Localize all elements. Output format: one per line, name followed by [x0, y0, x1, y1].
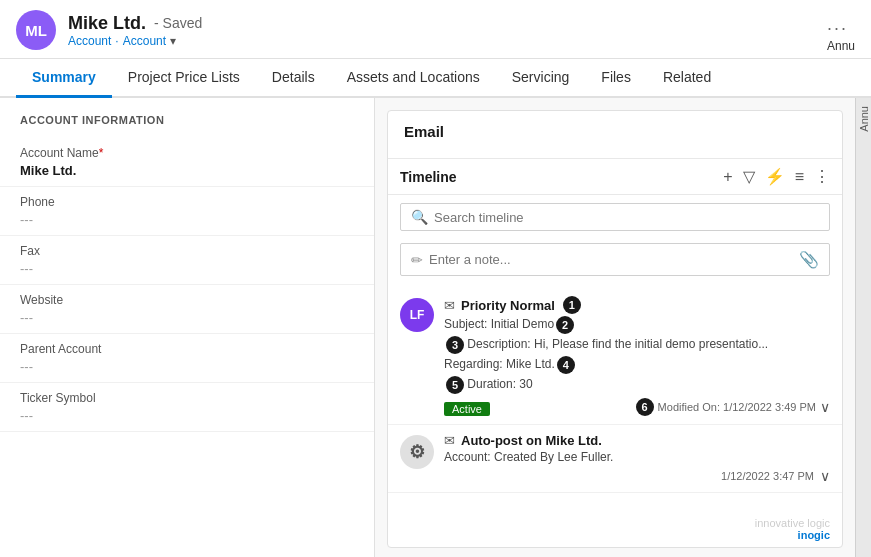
search-timeline-input[interactable] [434, 210, 819, 225]
search-icon: 🔍 [411, 209, 428, 225]
breadcrumb-item1: Account [68, 34, 111, 48]
entry-footer-2: 1/12/2022 3:47 PM ∨ [444, 468, 830, 484]
note-input[interactable] [429, 252, 793, 267]
label-phone: Phone [20, 195, 354, 209]
breadcrumb[interactable]: Account · Account ▾ [68, 34, 202, 48]
entity-name-row: Mike Ltd. - Saved [68, 13, 202, 34]
tab-servicing[interactable]: Servicing [496, 59, 586, 98]
num-circle-5: 5 [446, 376, 464, 394]
timeline-icons: + ▽ ⚡ ≡ ⋮ [723, 167, 830, 186]
note-bar: ✏ 📎 [400, 243, 830, 276]
tab-details[interactable]: Details [256, 59, 331, 98]
timeline-label: Timeline [400, 169, 457, 185]
main-content: ACCOUNT INFORMATION Account Name* Mike L… [0, 98, 871, 557]
label-website: Website [20, 293, 354, 307]
watermark-brand: inogic [798, 529, 830, 541]
expand-icon-2[interactable]: ∨ [820, 468, 830, 484]
section-title-account-info: ACCOUNT INFORMATION [0, 114, 374, 138]
num-circle-3: 3 [446, 336, 464, 354]
watermark-text: innovative logic [755, 517, 830, 529]
entry-modified-1: Modified On: 1/12/2022 3:49 PM [658, 401, 816, 413]
add-icon[interactable]: + [723, 168, 732, 186]
header: ML Mike Ltd. - Saved Account · Account ▾… [0, 0, 871, 59]
breadcrumb-item2: Account [123, 34, 166, 48]
label-fax: Fax [20, 244, 354, 258]
header-title: Mike Ltd. - Saved Account · Account ▾ [68, 13, 202, 48]
entry-top-2: ✉ Auto-post on Mike Ltd. [444, 433, 830, 448]
field-account-name: Account Name* Mike Ltd. [0, 138, 374, 187]
num-circle-4: 4 [557, 356, 575, 374]
entry-content-1: ✉ Priority Normal 1 Subject: Initial Dem… [444, 296, 830, 416]
entry-avatar-bot: ⚙ [400, 435, 434, 469]
field-fax: Fax --- [0, 236, 374, 285]
saved-label: - Saved [154, 15, 202, 31]
value-phone[interactable]: --- [20, 212, 354, 227]
timeline-header: Timeline + ▽ ⚡ ≡ ⋮ [388, 159, 842, 195]
num-circle-6-wrap: 6 [634, 398, 654, 416]
header-left: ML Mike Ltd. - Saved Account · Account ▾ [16, 10, 202, 58]
chevron-down-icon: ▾ [170, 34, 176, 48]
avatar: ML [16, 10, 56, 50]
tab-files[interactable]: Files [585, 59, 647, 98]
more-options-icon[interactable]: ⋮ [814, 167, 830, 186]
entry-title-1: Priority Normal [461, 298, 555, 313]
entry-line-account: Account: Created By Lee Fuller. [444, 450, 830, 464]
num-circle-2: 2 [556, 316, 574, 334]
entry-title-2: Auto-post on Mike Ltd. [461, 433, 602, 448]
filter-icon[interactable]: ▽ [743, 167, 755, 186]
lightning-icon[interactable]: ⚡ [765, 167, 785, 186]
num-circle-6: 6 [636, 398, 654, 416]
tab-assets-locations[interactable]: Assets and Locations [331, 59, 496, 98]
value-website[interactable]: --- [20, 310, 354, 325]
email-title: Email [404, 123, 826, 140]
right-panel: Email Timeline + ▽ ⚡ ≡ ⋮ 🔍 ✏ [375, 98, 855, 557]
field-website: Website --- [0, 285, 374, 334]
expand-icon-1[interactable]: ∨ [820, 399, 830, 415]
entry-top-1: ✉ Priority Normal 1 [444, 296, 830, 314]
field-ticker-symbol: Ticker Symbol --- [0, 383, 374, 432]
header-right: ··· Annu [827, 10, 855, 53]
email-header: Email [388, 111, 842, 159]
attachment-icon[interactable]: 📎 [799, 250, 819, 269]
list-icon[interactable]: ≡ [795, 168, 804, 186]
far-right-panel: Annu [855, 98, 871, 557]
entry-line-regarding: Regarding: Mike Ltd.4 [444, 356, 830, 374]
far-right-label: Annu [858, 106, 870, 132]
three-dots-icon[interactable]: ··· [827, 18, 848, 38]
entry-line-subject: Subject: Initial Demo2 [444, 316, 830, 334]
pencil-icon: ✏ [411, 252, 423, 268]
label-account-name: Account Name* [20, 146, 354, 160]
timeline-entry-2: ⚙ ✉ Auto-post on Mike Ltd. Account: Crea… [388, 425, 842, 493]
label-ticker-symbol: Ticker Symbol [20, 391, 354, 405]
tab-summary[interactable]: Summary [16, 59, 112, 98]
timeline-entries: LF ✉ Priority Normal 1 Subject: Initial … [388, 284, 842, 513]
right-label: Annu [827, 39, 855, 53]
entry-line-duration: 5 Duration: 30 [444, 376, 830, 394]
left-panel: ACCOUNT INFORMATION Account Name* Mike L… [0, 98, 375, 557]
value-fax[interactable]: --- [20, 261, 354, 276]
breadcrumb-separator: · [115, 34, 118, 48]
search-bar: 🔍 [400, 203, 830, 231]
value-ticker-symbol[interactable]: --- [20, 408, 354, 423]
field-phone: Phone --- [0, 187, 374, 236]
email-type-icon: ✉ [444, 298, 455, 313]
entry-line-description: 3 Description: Hi, Please find the initi… [444, 336, 830, 354]
timeline-entry-1: LF ✉ Priority Normal 1 Subject: Initial … [388, 288, 842, 425]
value-account-name[interactable]: Mike Ltd. [20, 163, 354, 178]
entry-badge-active: Active [444, 402, 490, 416]
field-parent-account: Parent Account --- [0, 334, 374, 383]
entry-content-2: ✉ Auto-post on Mike Ltd. Account: Create… [444, 433, 830, 484]
entry-modified-2: 1/12/2022 3:47 PM [721, 470, 814, 482]
tab-related[interactable]: Related [647, 59, 727, 98]
entity-name: Mike Ltd. [68, 13, 146, 34]
email-type-icon-2: ✉ [444, 433, 455, 448]
tab-bar: Summary Project Price Lists Details Asse… [0, 59, 871, 98]
email-card: Email Timeline + ▽ ⚡ ≡ ⋮ 🔍 ✏ [387, 110, 843, 548]
tab-project-price-lists[interactable]: Project Price Lists [112, 59, 256, 98]
watermark: innovative logic inogic [388, 513, 842, 547]
value-parent-account[interactable]: --- [20, 359, 354, 374]
entry-avatar-lf: LF [400, 298, 434, 332]
label-parent-account: Parent Account [20, 342, 354, 356]
num-circle-1: 1 [563, 296, 581, 314]
